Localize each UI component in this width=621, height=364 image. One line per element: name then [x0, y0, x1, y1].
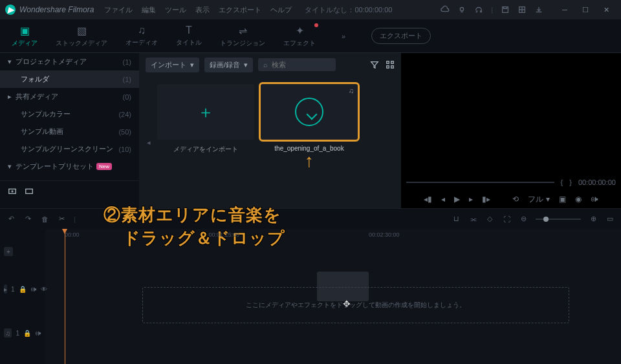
preview-panel: { } 00:00:00:00 ◂▮ ◂ ▶ ▸ ▮▸ ⟲ フル ▾ ▣ ◉ 🕪: [401, 53, 621, 208]
menu-view[interactable]: 表示: [195, 5, 210, 15]
timeline-dropzone[interactable]: ここにメディアやエフェクトをドラッグして動画の作成を開始しましょう。: [142, 287, 569, 323]
video-track-header[interactable]: ▸1🔒🕪👁: [0, 281, 45, 297]
feature-tabs: ▣メディア ▧ストックメディア ♫オーディオ Tタイトル ⇌トランジション ✦エ…: [0, 19, 621, 53]
svg-rect-8: [391, 66, 394, 69]
marker-in-icon[interactable]: {: [561, 178, 563, 186]
undo-icon[interactable]: ↶: [6, 215, 16, 224]
import-label: メディアをインポート: [173, 145, 238, 154]
redo-icon[interactable]: ↷: [23, 215, 32, 224]
magnet-icon[interactable]: ⊔: [452, 215, 461, 224]
menu-edit[interactable]: 編集: [142, 5, 156, 15]
playhead[interactable]: [65, 229, 65, 364]
dropzone-text: ここにメディアやエフェクトをドラッグして動画の作成を開始しましょう。: [246, 301, 466, 310]
menu-export[interactable]: エクスポート: [219, 5, 261, 15]
marker-out-icon[interactable]: }: [569, 178, 572, 186]
menu-file[interactable]: ファイル: [104, 5, 133, 15]
main-area: ▾プロジェクトメディア(1) フォルダ(1) ▸共有メディア(0) サンプルカラ…: [0, 53, 621, 208]
sidebar-sample-video[interactable]: サンプル動画(50): [0, 123, 139, 140]
sidebar-bottom-icons: [0, 180, 139, 200]
sidebar-template-preset[interactable]: ▾テンプレートプリセットNew: [0, 158, 139, 175]
track-headers: + ▸1🔒🕪👁 ♫1🔒🕪: [0, 229, 45, 364]
preview-viewport: [401, 53, 621, 175]
sidebar: ▾プロジェクトメディア(1) フォルダ(1) ▸共有メディア(0) サンプルカラ…: [0, 53, 139, 208]
save-icon[interactable]: [501, 5, 510, 14]
timeline-body[interactable]: 00:0000:01:15:0000:02:30:00 ✥ ここにメディアやエフ…: [45, 229, 621, 364]
sidebar-sample-color[interactable]: サンプルカラー(24): [0, 105, 139, 123]
tab-media[interactable]: ▣メディア: [12, 25, 38, 48]
crop-icon[interactable]: ⛶: [502, 215, 511, 224]
zoom-in-icon[interactable]: ⊕: [589, 215, 598, 224]
tab-audio[interactable]: ♫オーディオ: [125, 25, 158, 47]
preview-scrubber[interactable]: { } 00:00:00:00: [401, 175, 621, 190]
close-button[interactable]: ✕: [596, 3, 616, 17]
record-dropdown[interactable]: 録画/録音▾: [204, 58, 253, 72]
app-logo-icon: ▶: [5, 5, 16, 15]
project-title: タイトルなし：00:00:00:00: [305, 5, 392, 15]
main-menu: ファイル 編集 ツール 表示 エクスポート ヘルプ: [104, 5, 292, 15]
svg-rect-4: [26, 189, 33, 193]
fit-dropdown[interactable]: フル ▾: [528, 194, 549, 205]
minimize-button[interactable]: ─: [555, 3, 574, 17]
grid-icon[interactable]: [386, 60, 395, 69]
import-card[interactable]: ＋ メディアをインポート: [157, 84, 254, 200]
tab-title[interactable]: Tタイトル: [176, 25, 202, 47]
export-button[interactable]: エクスポート: [371, 28, 431, 44]
tab-stock[interactable]: ▧ストックメディア: [56, 25, 107, 48]
app-name: ▶ Wondershare Filmora: [5, 5, 94, 15]
annotation-arrow: ↑: [305, 151, 314, 171]
media-card-audio[interactable]: ♫ the_opening_of_a_book ↑: [261, 84, 358, 200]
folder-icon[interactable]: [25, 186, 34, 195]
compare-icon[interactable]: ▣: [559, 195, 566, 204]
sidebar-project-media[interactable]: ▾プロジェクトメディア(1): [0, 53, 139, 70]
bulb-icon[interactable]: [457, 5, 466, 14]
loop-icon[interactable]: ⟲: [512, 195, 519, 204]
marker2-icon[interactable]: ◇: [485, 215, 494, 224]
svg-point-0: [461, 8, 464, 11]
cloud-icon[interactable]: [441, 5, 450, 14]
svg-rect-6: [391, 61, 394, 64]
menu-tools[interactable]: ツール: [165, 5, 186, 15]
tab-effect[interactable]: ✦エフェクト: [283, 25, 316, 48]
header-right: |: [441, 5, 543, 14]
volume-icon[interactable]: 🕪: [591, 195, 598, 204]
search-input[interactable]: ⌕: [258, 58, 336, 71]
download-icon[interactable]: [534, 5, 543, 14]
headset-icon[interactable]: [474, 5, 483, 14]
music-note-icon: ♫: [349, 87, 354, 94]
delete-icon[interactable]: 🗑: [40, 215, 49, 224]
fx-icon[interactable]: [518, 5, 527, 14]
maximize-button[interactable]: ☐: [576, 3, 595, 17]
menu-help[interactable]: ヘルプ: [270, 5, 292, 15]
svg-rect-5: [387, 61, 389, 64]
fit-timeline-icon[interactable]: ▭: [605, 215, 615, 224]
search-icon: ⌕: [263, 61, 268, 69]
filter-icon[interactable]: [370, 60, 379, 69]
zoom-out-icon[interactable]: ⊖: [519, 215, 528, 224]
collapse-icon[interactable]: ◂: [147, 138, 151, 147]
media-toolbar: インポート▾ 録画/録音▾ ⌕: [139, 53, 401, 76]
title-bar: ▶ Wondershare Filmora ファイル 編集 ツール 表示 エクス…: [0, 0, 621, 19]
media-panel: インポート▾ 録画/録音▾ ⌕ ◂ ＋ メディアをインポート ♫: [139, 53, 401, 208]
search-field[interactable]: [272, 61, 323, 69]
import-dropdown[interactable]: インポート▾: [146, 58, 199, 72]
add-track-row[interactable]: +: [0, 243, 45, 260]
snapshot-icon[interactable]: ◉: [575, 195, 582, 204]
more-tabs-icon[interactable]: »: [342, 32, 345, 40]
sidebar-shared-media[interactable]: ▸共有メディア(0): [0, 88, 139, 105]
tab-transition[interactable]: ⇌トランジション: [220, 25, 265, 48]
time-ruler[interactable]: 00:0000:01:15:0000:02:30:00: [45, 229, 621, 241]
preview-time: 00:00:00:00: [578, 178, 616, 186]
prev-frame-icon[interactable]: ◂▮: [424, 195, 432, 204]
play-icon[interactable]: ▶: [454, 195, 460, 204]
new-folder-icon[interactable]: [8, 186, 17, 195]
zoom-slider[interactable]: [536, 219, 581, 220]
next-frame-icon[interactable]: ▮▸: [482, 195, 490, 204]
cut-icon[interactable]: ✂: [57, 215, 66, 224]
sidebar-folder[interactable]: フォルダ(1): [0, 70, 139, 88]
link-icon[interactable]: ⫘: [468, 215, 477, 224]
audio-track-header[interactable]: ♫1🔒🕪: [0, 325, 45, 341]
forward-icon[interactable]: ▸: [469, 195, 473, 204]
sidebar-sample-green[interactable]: サンプルグリーンスクリーン(10): [0, 140, 139, 158]
rewind-icon[interactable]: ◂: [441, 195, 445, 204]
timeline: + ▸1🔒🕪👁 ♫1🔒🕪 00:0000:01:15:0000:02:30:00…: [0, 229, 621, 364]
